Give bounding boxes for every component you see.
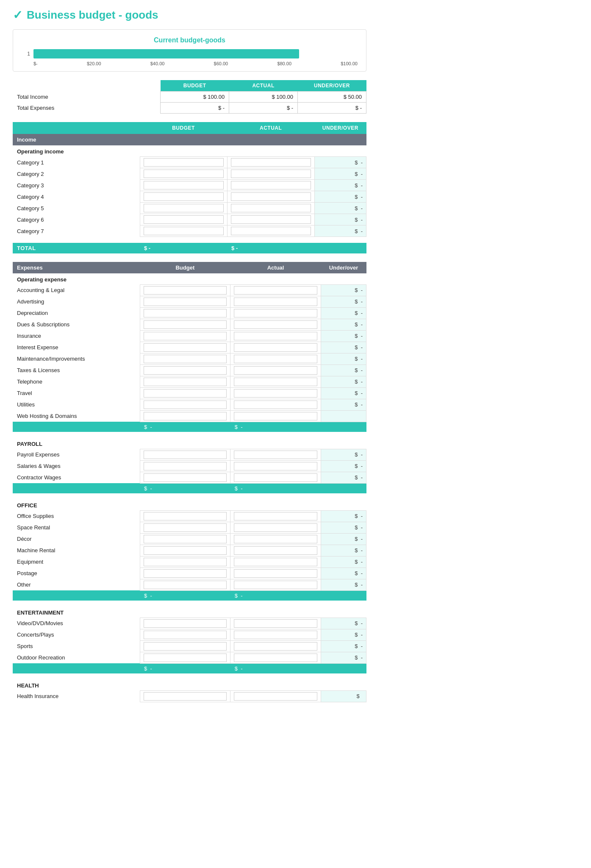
cat7-budget-field[interactable] [144, 227, 224, 235]
exp-sports-actual[interactable] [234, 642, 317, 651]
exp-accounting-budget[interactable] [144, 286, 227, 295]
income-category-row-6: Category 6 $ - [13, 214, 366, 225]
summary-table: Summary BUDGET ACTUAL UNDER/OVER Total I… [13, 80, 366, 114]
exp-video-budget[interactable] [144, 619, 227, 628]
exp-webhosting-label: Web Hosting & Domains [13, 410, 140, 422]
cat4-actual-field[interactable] [231, 192, 311, 201]
cat2-actual-field[interactable] [231, 170, 311, 178]
exp-dues-label: Dues & Subscriptions [13, 319, 140, 330]
summary-actual-header: ACTUAL [229, 80, 298, 92]
exp-telephone-actual[interactable] [234, 378, 317, 386]
exp-postage-budget[interactable] [144, 569, 227, 578]
exp-dues-actual[interactable] [234, 320, 317, 329]
exp-contractor-underover: $ - [321, 472, 366, 483]
cat3-underover: $ - [314, 180, 366, 191]
exp-depreciation-budget[interactable] [144, 309, 227, 317]
exp-insurance-budget[interactable] [144, 332, 227, 340]
exp-video-actual[interactable] [234, 619, 317, 628]
exp-telephone-budget[interactable] [144, 378, 227, 386]
income-category-row-7: Category 7 $ - [13, 225, 366, 237]
cat4-budget-field[interactable] [144, 192, 224, 201]
exp-office-supplies-budget[interactable] [144, 512, 227, 520]
exp-office-supplies-actual[interactable] [234, 512, 317, 520]
exp-depreciation-actual[interactable] [234, 309, 317, 317]
exp-decor-budget[interactable] [144, 535, 227, 543]
exp-other-actual[interactable] [234, 581, 317, 589]
cat3-budget-field[interactable] [144, 181, 224, 189]
exp-outdoor-budget[interactable] [144, 654, 227, 662]
cat1-budget-input[interactable] [140, 157, 227, 168]
exp-maintenance-budget[interactable] [144, 355, 227, 363]
exp-advertising-budget[interactable] [144, 298, 227, 306]
exp-concerts-actual[interactable] [234, 631, 317, 639]
exp-travel-budget[interactable] [144, 389, 227, 398]
cat2-budget-field[interactable] [144, 170, 224, 178]
cat6-actual-field[interactable] [231, 215, 311, 224]
cat1-budget-field[interactable] [144, 158, 224, 167]
income-col-budget: BUDGET [140, 122, 227, 134]
exp-concerts-budget[interactable] [144, 631, 227, 639]
exp-taxes-actual[interactable] [234, 366, 317, 375]
income-col-label [13, 122, 140, 134]
income-col-underover: UNDER/OVER [314, 122, 366, 134]
cat6-budget-field[interactable] [144, 215, 224, 224]
spacer-payroll [13, 432, 366, 438]
cat5-actual-field[interactable] [231, 204, 311, 212]
office-subsection: OFFICE [13, 499, 366, 511]
exp-travel-actual[interactable] [234, 389, 317, 398]
exp-maintenance-actual[interactable] [234, 355, 317, 363]
exp-payroll-expenses-actual[interactable] [234, 451, 317, 459]
exp-postage-actual[interactable] [234, 569, 317, 578]
exp-other-budget[interactable] [144, 581, 227, 589]
cat5-budget-field[interactable] [144, 204, 224, 212]
exp-utilities-budget[interactable] [144, 401, 227, 409]
exp-space-rental-actual[interactable] [234, 523, 317, 532]
exp-postage-row: Postage $ - [13, 568, 366, 579]
cat1-actual-input[interactable] [227, 157, 314, 168]
spacer-office [13, 493, 366, 499]
exp-payroll-expenses-budget[interactable] [144, 451, 227, 459]
exp-salaries-budget[interactable] [144, 462, 227, 470]
exp-video-underover: $ - [321, 618, 366, 629]
exp-space-rental-budget[interactable] [144, 523, 227, 532]
cat7-actual-field[interactable] [231, 227, 311, 235]
income-category-row-5: Category 5 $ - [13, 203, 366, 214]
exp-accounting-actual[interactable] [234, 286, 317, 295]
exp-health-insurance-budget[interactable] [144, 692, 227, 701]
exp-dues-budget[interactable] [144, 320, 227, 329]
exp-interest-actual[interactable] [234, 343, 317, 352]
exp-equipment-budget[interactable] [144, 558, 227, 566]
income-category-row-1: Category 1 $ - [13, 157, 366, 168]
exp-salaries-actual[interactable] [234, 462, 317, 470]
exp-machine-rental-budget[interactable] [144, 546, 227, 555]
exp-salaries-underover: $ - [321, 460, 366, 472]
cat2-underover: $ - [314, 168, 366, 180]
exp-interest-budget[interactable] [144, 343, 227, 352]
exp-equipment-actual[interactable] [234, 558, 317, 566]
exp-webhosting-budget[interactable] [144, 412, 227, 420]
exp-contractor-actual[interactable] [234, 473, 317, 482]
exp-interest-underover: $ - [321, 342, 366, 353]
exp-insurance-actual[interactable] [234, 332, 317, 340]
expenses-table: Expenses Budget Actual Under/over Operat… [13, 262, 366, 702]
office-subtotal-row: $ - $ - [13, 590, 366, 601]
exp-contractor-budget[interactable] [144, 473, 227, 482]
exp-decor-actual[interactable] [234, 535, 317, 543]
cat4-label: Category 4 [13, 191, 140, 203]
exp-webhosting-actual[interactable] [234, 412, 317, 420]
office-subtotal-underover [321, 590, 366, 601]
exp-health-insurance-actual[interactable] [234, 692, 317, 701]
exp-advertising-actual[interactable] [234, 298, 317, 306]
exp-interest-row: Interest Expense $ - [13, 342, 366, 353]
chart-title: Current budget-goods [22, 36, 358, 44]
exp-sports-budget[interactable] [144, 642, 227, 651]
exp-maintenance-underover: $ - [321, 353, 366, 364]
exp-utilities-actual[interactable] [234, 401, 317, 409]
exp-machine-rental-actual[interactable] [234, 546, 317, 555]
exp-outdoor-actual[interactable] [234, 654, 317, 662]
cat3-actual-field[interactable] [231, 181, 311, 189]
cat1-actual-field[interactable] [231, 158, 311, 167]
chart-section: Current budget-goods 1 $- $20.00 $40.00 … [13, 29, 366, 72]
exp-taxes-budget[interactable] [144, 366, 227, 375]
exp-utilities-label: Utilities [13, 399, 140, 410]
